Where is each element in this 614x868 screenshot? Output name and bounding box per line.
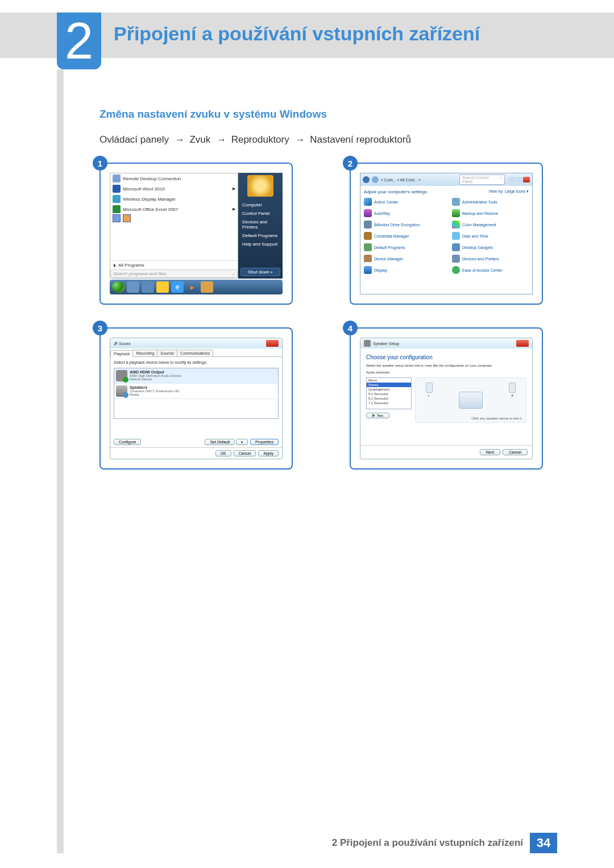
close-icon (266, 340, 279, 347)
menu-item: Microsoft Office Excel 2007 (123, 207, 178, 212)
nav-back-icon (363, 176, 370, 183)
search-icon: ⌕ (232, 271, 235, 276)
step-number-4: 4 (343, 321, 358, 335)
address-crumb: « Cont... » All Cont... » (381, 178, 421, 182)
arrow-icon: → (295, 134, 304, 145)
apply-button: Apply (258, 450, 279, 456)
ease-of-access-icon (452, 266, 460, 274)
dialog-title: Speaker Setup (373, 342, 399, 346)
path-step: Nastavení reproduktorů (310, 134, 411, 145)
close-icon (516, 340, 529, 347)
maximize-icon (516, 177, 522, 182)
device-manager-icon (364, 255, 372, 263)
list-option: 5.1 Surround (367, 396, 411, 401)
path-step: Reproduktory (231, 134, 289, 145)
cp-link: Bitlocker Drive Encryption (374, 223, 420, 227)
color-mgmt-icon (452, 221, 460, 229)
right-menu-item: Default Programs (240, 232, 280, 239)
speaker-setup-screenshot: Speaker Setup Choose your configuration … (350, 327, 543, 470)
tab-communications: Communications (177, 350, 213, 356)
test-button: Test (366, 413, 389, 418)
backup-icon (452, 209, 460, 217)
taskbar-media-icon: ▸ (186, 281, 198, 293)
close-icon (523, 177, 530, 182)
autoplay-icon (364, 209, 372, 217)
chevron-right-icon (114, 264, 116, 267)
pinned-icon (123, 214, 131, 222)
cp-link: Display (374, 268, 387, 272)
right-menu-item: Control Panel (240, 210, 280, 217)
dialog-title: Sound (119, 342, 130, 346)
device-state: Default Device (130, 377, 181, 381)
minimize-icon (508, 177, 515, 182)
control-panel-search: Search Control Panel⌕ (459, 175, 505, 185)
screenshots-grid: 1 Remote Desktop Connection Microsoft Wo… (99, 163, 557, 470)
speaker-label-l: L (428, 394, 430, 397)
cp-link: AutoPlay (374, 211, 390, 215)
cp-link: Backup and Restore (462, 211, 498, 215)
chevron-right-icon: ▶ (233, 207, 235, 211)
page-number: 34 (530, 833, 557, 853)
control-panel-screenshot: « Cont... » All Cont... » Search Control… (350, 163, 543, 305)
taskbar-folder-icon (156, 281, 169, 293)
cp-link: Credential Manager (374, 234, 409, 238)
properties-button: Properties (250, 439, 279, 445)
cp-link: Date and Time (462, 234, 488, 238)
bitlocker-icon (364, 221, 372, 229)
taskbar-icon (142, 281, 154, 293)
app-icon (113, 185, 121, 193)
user-picture-icon (247, 175, 273, 197)
display-icon (364, 266, 372, 274)
check-icon (123, 377, 128, 383)
step-number-1: 1 (93, 156, 107, 171)
step-number-3: 3 (93, 321, 107, 335)
device-state: Ready (130, 393, 179, 396)
speaker-icon: 🔊 (114, 341, 119, 346)
right-menu-item: Devices and Printers (240, 218, 280, 231)
step-number-2: 2 (343, 156, 358, 171)
audio-channels-listbox: Mono Stereo Quadraphonic 5.1 Surround 5.… (366, 377, 412, 409)
play-icon (372, 414, 375, 417)
nav-forward-icon (372, 176, 379, 183)
chapter-title: Připojení a používání vstupních zařízení (114, 23, 480, 45)
footer-text: 2 Připojení a používání vstupních zaříze… (332, 837, 530, 849)
cancel-button: Cancel (234, 450, 256, 456)
tab-sounds: Sounds (157, 350, 177, 356)
menu-item: Remote Desktop Connection (123, 176, 181, 181)
audio-channels-label: Audio channels: (366, 371, 526, 374)
ok-button: OK (215, 450, 231, 456)
path-step: Ovládací panely (99, 134, 169, 145)
screenshot-2: 2 « Cont... » All Cont... » Search Contr… (350, 163, 543, 305)
credential-icon (364, 232, 372, 240)
adjust-settings-label: Adjust your computer's settings (364, 189, 427, 194)
cp-link: Devices and Printers (462, 257, 499, 261)
shutdown-button: Shut down ▸ (240, 268, 280, 276)
app-icon (113, 195, 121, 203)
cp-link: Color Management (462, 223, 496, 227)
next-button: Next (480, 449, 500, 455)
playback-device-list: AMD HDMI Output AMD High Definition Audi… (114, 368, 279, 419)
cp-link: Ease of Access Center (462, 268, 503, 272)
chevron-right-icon: ▶ (233, 186, 235, 191)
cp-link: Desktop Gadgets (462, 246, 493, 250)
arrow-icon: → (217, 134, 225, 145)
path-step: Zvuk (189, 134, 210, 145)
screenshot-4: 4 Speaker Setup Choose your configuratio… (350, 327, 543, 470)
app-icon (113, 205, 121, 213)
tab-playback: Playback (110, 350, 133, 357)
monitor-icon (459, 392, 483, 409)
set-default-dropdown: ▾ (236, 439, 248, 445)
hdmi-icon (116, 370, 127, 381)
cp-link: Device Manager (374, 257, 403, 261)
pinned-icon (113, 214, 121, 222)
device-name: AMD HDMI Output (130, 370, 181, 374)
date-time-icon (452, 232, 460, 240)
screenshot-3: 3 🔊 Sound Playback Recording Sounds Comm… (99, 327, 293, 470)
cancel-button: Cancel (503, 449, 528, 455)
action-center-icon (364, 198, 372, 206)
right-speaker-icon (509, 383, 516, 393)
check-icon (123, 392, 128, 398)
left-margin-bar (57, 69, 64, 853)
screenshot-1: 1 Remote Desktop Connection Microsoft Wo… (99, 163, 293, 305)
speaker-device-icon (116, 385, 127, 397)
